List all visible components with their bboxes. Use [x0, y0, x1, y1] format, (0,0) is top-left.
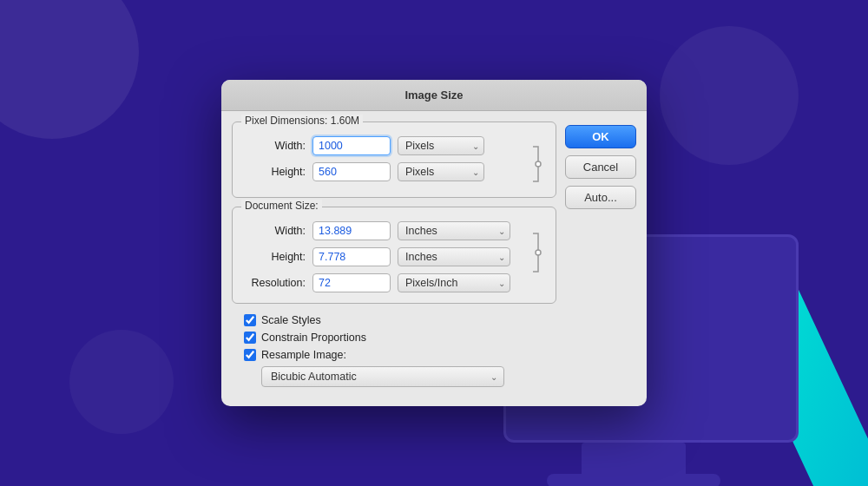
doc-height-unit-wrap: Inches Centimeters Millimeters Points Pi… — [398, 247, 510, 266]
doc-link-bracket — [529, 227, 543, 279]
pixel-width-input[interactable] — [312, 136, 391, 155]
pixel-height-unit-select[interactable]: Pixels Percent — [398, 162, 484, 181]
dialog-overlay: Image Size Pixel Dimensions: 1.60M Width… — [0, 0, 868, 486]
dialog-title: Image Size — [404, 89, 463, 102]
doc-height-input[interactable] — [312, 247, 391, 266]
resolution-row: Resolution: Pixels/Inch Pixels/Centimete… — [245, 273, 526, 292]
doc-width-label: Width: — [245, 225, 312, 237]
constrain-proportions-row: Constrain Proportions — [244, 332, 544, 344]
pixel-dimensions-section: Pixel Dimensions: 1.60M Width: Pixels — [232, 122, 556, 198]
constrain-proportions-checkbox[interactable] — [244, 332, 256, 344]
dialog-titlebar: Image Size — [221, 80, 647, 111]
checkboxes-area: Scale Styles Constrain Proportions Resam… — [232, 312, 556, 396]
cancel-button[interactable]: Cancel — [565, 155, 636, 179]
auto-button[interactable]: Auto... — [565, 186, 636, 209]
doc-height-unit-select[interactable]: Inches Centimeters Millimeters Points Pi… — [398, 247, 510, 266]
doc-height-row: Height: Inches Centimeters Millimeters P… — [245, 247, 526, 266]
resample-method-select[interactable]: Bicubic Automatic Preserve Details Bicub… — [261, 366, 504, 387]
resolution-unit-select[interactable]: Pixels/Inch Pixels/Centimeter — [398, 273, 510, 292]
doc-width-row: Width: Inches Centimeters Millimeters Po… — [245, 221, 526, 240]
doc-width-unit-select[interactable]: Inches Centimeters Millimeters Points Pi… — [398, 221, 510, 240]
dialog-main: Pixel Dimensions: 1.60M Width: Pixels — [232, 122, 556, 396]
pixel-height-label: Height: — [245, 166, 312, 178]
scale-styles-checkbox[interactable] — [244, 314, 256, 326]
svg-point-0 — [536, 161, 541, 167]
document-size-legend: Document Size: — [241, 200, 322, 212]
resample-image-checkbox[interactable] — [244, 349, 256, 361]
pixel-dimensions-legend: Pixel Dimensions: 1.60M — [241, 115, 363, 127]
scale-styles-row: Scale Styles — [244, 314, 544, 326]
resample-image-row: Resample Image: — [244, 349, 544, 361]
scale-styles-label: Scale Styles — [261, 314, 321, 326]
pixel-height-row: Height: Pixels Percent ⌄ — [245, 162, 526, 181]
dialog-buttons: OK Cancel Auto... — [565, 122, 636, 396]
dialog-body: Pixel Dimensions: 1.60M Width: Pixels — [221, 111, 647, 406]
pixel-width-unit-wrap: Pixels Percent ⌄ — [398, 136, 484, 155]
doc-height-label: Height: — [245, 251, 312, 263]
resample-method-wrap: Bicubic Automatic Preserve Details Bicub… — [261, 366, 504, 387]
resample-image-label: Resample Image: — [261, 349, 346, 361]
doc-width-unit-wrap: Inches Centimeters Millimeters Points Pi… — [398, 221, 510, 240]
pixel-height-input[interactable] — [312, 162, 391, 181]
resolution-label: Resolution: — [245, 277, 312, 289]
pixel-width-unit-select[interactable]: Pixels Percent — [398, 136, 484, 155]
resolution-unit-wrap: Pixels/Inch Pixels/Centimeter ⌄ — [398, 273, 510, 292]
svg-point-1 — [536, 250, 541, 255]
document-size-section: Document Size: Width: Inches Centime — [232, 207, 556, 304]
pixel-height-unit-wrap: Pixels Percent ⌄ — [398, 162, 484, 181]
ok-button[interactable]: OK — [565, 125, 636, 148]
constrain-proportions-label: Constrain Proportions — [261, 332, 366, 344]
resolution-input[interactable] — [312, 273, 391, 292]
image-size-dialog: Image Size Pixel Dimensions: 1.60M Width… — [221, 80, 647, 406]
pixel-link-bracket — [529, 141, 543, 187]
pixel-width-row: Width: Pixels Percent ⌄ — [245, 136, 526, 155]
pixel-width-label: Width: — [245, 140, 312, 152]
doc-width-input[interactable] — [312, 221, 391, 240]
